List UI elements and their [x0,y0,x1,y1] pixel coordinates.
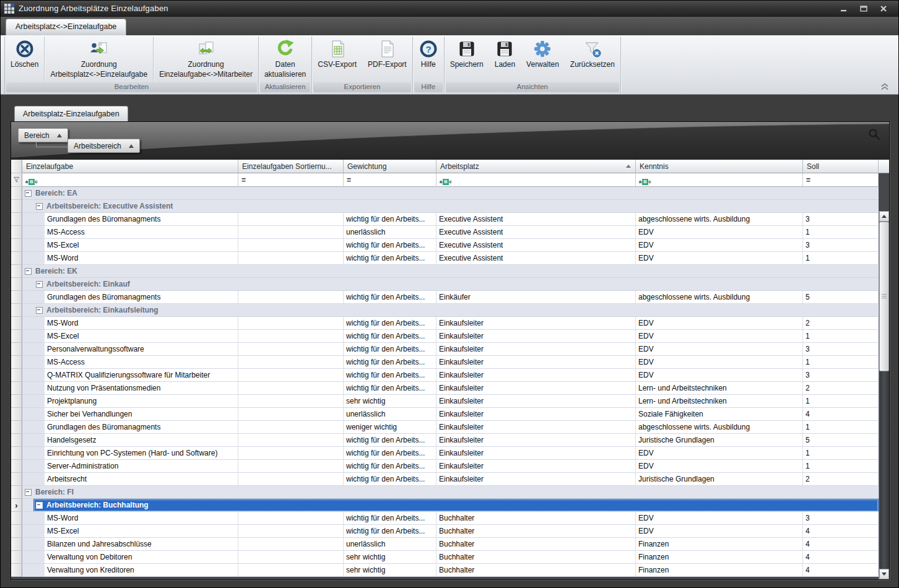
group-row-arbeitsbereich-einkaufsleitung[interactable]: Arbeitsbereich: Einkaufsleitung [11,304,879,317]
column-header-einzelaufgaben-sortiernu[interactable]: Einzelaufgaben Sortiernu... [238,160,344,173]
table-row[interactable]: Projektplanungsehr wichtigEinkaufsleiter… [11,395,879,408]
table-row[interactable]: MS-Excelwichtig für den Arbeits...Execut… [11,239,879,252]
row-indicator-cell [11,434,22,447]
group-indent-strip [33,330,45,343]
table-row[interactable]: MS-Wordwichtig für den Arbeits...Einkauf… [11,317,879,330]
column-header-kenntnis[interactable]: Kenntnis [636,160,803,173]
collapse-group-icon[interactable] [36,281,43,288]
tab-arbeitsplatz-einzelaufgaben[interactable]: Arbeitsplatz-Einzelaufgaben [14,106,128,122]
table-row[interactable]: Verwaltung von Kreditorensehr wichtigBuc… [11,564,879,577]
cell-einzelaufgabe: Einrichtung von PC-Systemen (Hard- und S… [45,447,238,460]
collapse-ribbon-icon[interactable] [880,82,890,91]
group-row-arbeitsbereich-einkauf[interactable]: Arbeitsbereich: Einkauf [11,278,879,291]
scrollbar-thumb[interactable] [879,222,889,371]
ribbon-button-hilfe[interactable]: ?Hilfe [413,37,444,82]
cell-arbeitsplatz: Einkaufsleiter [436,447,636,460]
cell-soll: 5 [803,434,879,447]
ribbon-button-laden[interactable]: Laden [489,37,521,82]
table-row[interactable]: Bilanzen und Jahresabschlüsseunerlässlic… [11,538,879,551]
filter-cell-einzelaufgaben-sortiernu[interactable]: = [238,173,344,187]
column-header-gewichtung[interactable]: Gewichtung [344,160,436,173]
group-row-bereich-fi[interactable]: Bereich: FI [11,486,879,499]
collapse-group-icon[interactable] [36,307,43,314]
table-row[interactable]: Q-MATRIX Qualifizierungssoftware für Mit… [11,369,879,382]
scroll-down-button[interactable] [879,569,889,579]
maximize-button[interactable] [855,3,872,14]
table-row[interactable]: MS-Accesswichtig für den Arbeits...Einka… [11,356,879,369]
ribbon-button-daten-aktualisieren[interactable]: Daten aktualisieren [259,37,311,82]
cell-arbeitsplatz: Einkaufsleiter [436,317,636,330]
collapse-group-icon[interactable] [25,489,32,496]
filter-cell-gewichtung[interactable]: = [344,173,436,187]
cell-kenntnis: EDV [636,512,803,525]
table-row[interactable]: Arbeitsrechtwichtig für den Arbeits...Ei… [11,473,879,486]
cell-arbeitsplatz: Einkaufsleiter [436,343,636,356]
table-row[interactable]: Verwaltung von Debitorensehr wichtigBuch… [11,551,879,564]
ribbon-tab-arbeitsplatz-einzelaufgabe[interactable]: Arbeitsplatz<->Einzelaufgabe [6,19,126,35]
minimize-button[interactable] [835,3,853,14]
ribbon-button-zurücksetzen[interactable]: Zurücksetzen [565,37,620,82]
group-row-arbeitsbereich-executive-assistent[interactable]: Arbeitsbereich: Executive Assistent [11,200,879,213]
table-row[interactable]: Personalverwaltungssoftwarewichtig für d… [11,343,879,356]
table-row[interactable]: Grundlagen des Büromanagmentswichtig für… [11,291,879,304]
table-row[interactable]: Grundlagen des Büromanagmentswichtig für… [11,213,879,226]
group-indent-strip [22,239,33,252]
cell-kenntnis: Soziale Fähigkeiten [636,408,803,421]
table-row[interactable]: MS-Wordwichtig für den Arbeits...Buchhal… [11,512,879,525]
group-row-bereich-ea[interactable]: Bereich: EA [11,187,879,200]
cell-arbeitsplatz: Buchhalter [436,551,636,564]
group-row-arbeitsbereich-buchhaltung[interactable]: ›Arbeitsbereich: Buchhaltung [11,499,879,512]
cell-einzelaufgabe: MS-Excel [45,330,238,343]
group-indent-strip [22,200,33,213]
filter-cell-soll[interactable]: = [803,173,879,187]
ribbon-button-csv-export[interactable]: CSV-Export [312,37,362,82]
ribbon-button-pdf-export[interactable]: PDF-Export [362,37,412,82]
table-row[interactable]: MS-Excelwichtig für den Arbeits...Buchha… [11,525,879,538]
scroll-up-button[interactable] [879,211,889,222]
ribbon-button-verwalten[interactable]: Verwalten [521,37,565,82]
ribbon-button-zuordnung-einzelaufgabe-mitarbeiter[interactable]: Zuordnung Einzelaufgabe<->Mitarbeiter [154,37,258,82]
close-button[interactable] [875,3,892,14]
cell-arbeitsplatz: Executive Assistent [436,252,636,265]
table-row[interactable]: Sicher bei VerhandlungenunerlässlichEink… [11,408,879,421]
filter-equals-icon: = [241,177,246,183]
table-row[interactable]: Einrichtung von PC-Systemen (Hard- und S… [11,447,879,460]
collapse-group-icon[interactable] [36,203,43,210]
column-header-soll[interactable]: Soll [803,160,879,173]
cell-soll: 4 [803,564,879,577]
cell-gewichtung: wichtig für den Arbeits... [344,369,436,382]
group-indent-strip [33,356,45,369]
filter-cell-einzelaufgabe[interactable]: aBc [22,173,238,187]
collapse-group-icon[interactable] [25,268,32,275]
group-indent-strip [22,213,33,226]
assign-workplace-icon [89,39,109,59]
ribbon-button-zuordnung-arbeitsplatz-einzelaufgabe[interactable]: Zuordnung Arbeitsplatz<->Einzelaufgabe [45,37,154,82]
column-header-einzelaufgabe[interactable]: Einzelaufgabe [22,160,238,173]
group-field-bereich[interactable]: Bereich [18,128,68,142]
vertical-scrollbar[interactable] [879,211,889,579]
table-row[interactable]: MS-Wordwichtig für den Arbeits...Executi… [11,252,879,265]
delete-icon [15,39,35,59]
filter-cell-kenntnis[interactable]: aBc [636,173,803,187]
table-row[interactable]: MS-Excelwichtig für den Arbeits...Einkau… [11,330,879,343]
ribbon-button-löschen[interactable]: Löschen [5,37,45,82]
collapse-group-icon[interactable] [36,502,43,509]
table-row[interactable]: Handelsgesetzwichtig für den Arbeits...E… [11,434,879,447]
collapse-group-icon[interactable] [25,190,32,197]
table-row[interactable]: MS-AccessunerlässlichExecutive Assistent… [11,226,879,239]
column-header-arbeitsplatz[interactable]: Arbeitsplatz [436,160,636,173]
table-row[interactable]: Nutzung von Präsentationsmedienwichtig f… [11,382,879,395]
cell-soll: 4 [803,525,879,538]
ribbon-button-speichern[interactable]: Speichern [445,37,489,82]
group-indent-strip [22,447,33,460]
table-row[interactable]: Server-Administrationwichtig für den Arb… [11,460,879,473]
table-row[interactable]: Grundlagen des Büromanagmentsweniger wic… [11,421,879,434]
cell-einzelaufgabe: Bilanzen und Jahresabschlüsse [45,538,238,551]
cell-arbeitsplatz: Einkaufsleiter [436,382,636,395]
group-field-arbeitsbereich[interactable]: Arbeitsbereich [67,139,140,153]
filter-cell-arbeitsplatz[interactable]: aBc [436,173,636,187]
search-icon[interactable] [867,128,881,141]
cell-gewichtung: wichtig für den Arbeits... [344,291,436,304]
group-row-bereich-ek[interactable]: Bereich: EK [11,265,879,278]
pdf-export-icon [377,39,397,59]
